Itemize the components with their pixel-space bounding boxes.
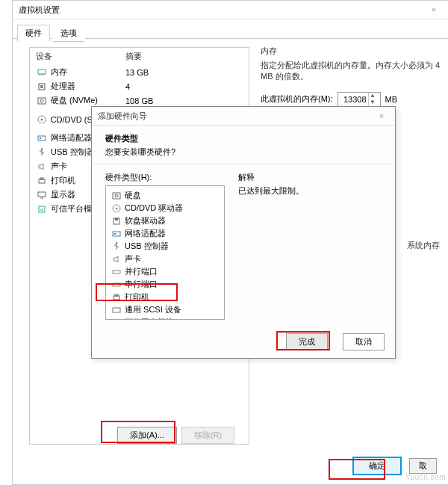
scsi-icon	[111, 305, 122, 315]
hardware-type-name: 软盘驱动器	[125, 215, 166, 226]
hardware-type-item[interactable]: USB 控制器	[111, 240, 220, 253]
device-summary: 13 GB	[125, 68, 149, 77]
svg-point-9	[40, 119, 43, 121]
hardware-type-label: 硬件类型(H):	[105, 172, 225, 183]
device-list-header: 设备 摘要	[30, 48, 249, 65]
svg-point-19	[115, 194, 118, 197]
wizard-head-title: 硬件类型	[105, 133, 382, 144]
hardware-type-item[interactable]: 可信平台模块	[111, 316, 220, 320]
memory-desc: 指定分配给此虚拟机的内存量。内存大小必须为 4 MB 的倍数。	[261, 60, 447, 83]
printer-icon	[36, 176, 48, 186]
add-hardware-wizard: 添加硬件向导 × 硬件类型 您要安装哪类硬件? 硬件类型(H): 硬盘CD/DV…	[91, 106, 396, 359]
cd-icon	[36, 114, 48, 125]
device-name: 硬盘 (NVMe)	[51, 95, 125, 106]
wizard-close-button[interactable]: ×	[368, 107, 395, 125]
cancel-button[interactable]: 取	[409, 458, 437, 474]
wizard-title: 添加硬件向导	[98, 107, 147, 125]
hardware-type-item[interactable]: CD/DVD 驱动器	[111, 202, 220, 214]
svg-rect-5	[40, 85, 43, 88]
tab-bar: 硬件 选项	[13, 19, 448, 39]
col-summary: 摘要	[125, 51, 142, 62]
memory-input[interactable]	[338, 94, 368, 105]
add-remove-row: 添加(A)... 移除(R)	[117, 427, 234, 444]
svg-point-12	[41, 148, 43, 149]
svg-rect-14	[40, 178, 43, 179]
hardware-type-name: CD/DVD 驱动器	[125, 203, 183, 214]
hardware-type-name: 网络适配器	[125, 228, 166, 239]
col-device: 设备	[36, 51, 125, 62]
svg-rect-17	[39, 206, 45, 212]
wizard-cancel-button[interactable]: 取消	[343, 333, 385, 350]
wizard-head-sub: 您要安装哪类硬件?	[105, 146, 382, 158]
svg-rect-23	[115, 218, 118, 220]
memory-panel: 内存 指定分配给此虚拟机的内存量。内存大小必须为 4 MB 的倍数。 此虚拟机的…	[261, 46, 447, 107]
hardware-type-name: 串行端口	[125, 279, 158, 290]
cpu-icon	[36, 81, 48, 92]
memory-label: 此虚拟机的内存(M):	[261, 93, 333, 105]
finish-button[interactable]: 完成	[286, 333, 328, 350]
svg-rect-29	[113, 296, 119, 300]
hardware-type-name: 通用 SCSI 设备	[125, 304, 181, 315]
svg-rect-27	[113, 271, 120, 274]
titlebar: 虚拟机设置 ×	[13, 1, 448, 19]
group-memory-title: 内存	[261, 46, 447, 57]
port-icon	[111, 267, 122, 277]
system-memory-label: 系统内存	[407, 240, 440, 251]
hardware-type-name: 打印机	[125, 291, 149, 303]
watermark: Yuucn.com	[405, 473, 446, 481]
hardware-type-item[interactable]: 打印机	[111, 291, 220, 303]
hardware-type-name: USB 控制器	[125, 241, 169, 252]
device-summary: 4	[125, 82, 130, 91]
svg-rect-24	[113, 232, 120, 236]
device-row[interactable]: 处理器4	[30, 79, 249, 93]
tab-hardware[interactable]: 硬件	[17, 25, 50, 42]
tab-options[interactable]: 选项	[52, 25, 85, 42]
tpm-icon	[36, 204, 48, 214]
explain-text: 已达到最大限制。	[238, 185, 382, 197]
memory-spinner[interactable]: ▲▼	[337, 92, 381, 107]
hardware-type-item[interactable]: 软盘驱动器	[111, 214, 220, 227]
port-icon	[111, 279, 122, 289]
hardware-type-name: 声卡	[125, 253, 141, 265]
cd-icon	[111, 203, 122, 213]
device-name: 内存	[51, 67, 125, 78]
disk-icon	[111, 191, 122, 200]
svg-rect-13	[39, 179, 45, 183]
svg-rect-0	[38, 69, 46, 74]
svg-rect-10	[38, 136, 46, 140]
add-button[interactable]: 添加(A)...	[117, 427, 177, 444]
hardware-type-item[interactable]: 声卡	[111, 253, 220, 265]
hardware-type-item[interactable]: 串行端口	[111, 278, 220, 291]
floppy-icon	[111, 216, 122, 226]
window-close-button[interactable]: ×	[419, 1, 448, 19]
svg-rect-6	[38, 98, 46, 104]
hardware-type-item[interactable]: 网络适配器	[111, 227, 220, 240]
hardware-type-item[interactable]: 硬盘	[111, 189, 220, 202]
hardware-type-item[interactable]: 并行端口	[111, 265, 220, 278]
device-summary: 108 GB	[125, 96, 153, 105]
hardware-type-list[interactable]: 硬盘CD/DVD 驱动器软盘驱动器网络适配器USB 控制器声卡并行端口串行端口打…	[105, 185, 225, 320]
sound-icon	[111, 254, 122, 264]
hardware-type-name: 硬盘	[125, 190, 141, 201]
usb-icon	[111, 241, 122, 251]
hardware-type-name: 可信平台模块	[125, 317, 174, 320]
svg-rect-28	[113, 283, 120, 286]
spinner-arrows[interactable]: ▲▼	[368, 93, 377, 106]
memory-unit: MB	[385, 95, 398, 104]
disk-icon	[36, 96, 48, 106]
svg-point-26	[116, 242, 117, 244]
sound-icon	[36, 161, 48, 172]
ok-button[interactable]: 确定	[352, 457, 402, 475]
svg-point-7	[40, 99, 43, 102]
explain-label: 解释	[238, 172, 382, 183]
svg-rect-18	[113, 193, 120, 199]
device-row[interactable]: 内存13 GB	[30, 65, 249, 79]
memory-icon	[36, 67, 48, 78]
wizard-header: 硬件类型 您要安装哪类硬件?	[92, 126, 395, 164]
svg-rect-25	[114, 233, 116, 235]
wizard-titlebar: 添加硬件向导 ×	[92, 107, 395, 126]
nic-icon	[36, 133, 48, 143]
printer-icon	[111, 292, 122, 302]
hardware-type-item[interactable]: 通用 SCSI 设备	[111, 303, 220, 316]
device-name: 处理器	[51, 81, 125, 92]
